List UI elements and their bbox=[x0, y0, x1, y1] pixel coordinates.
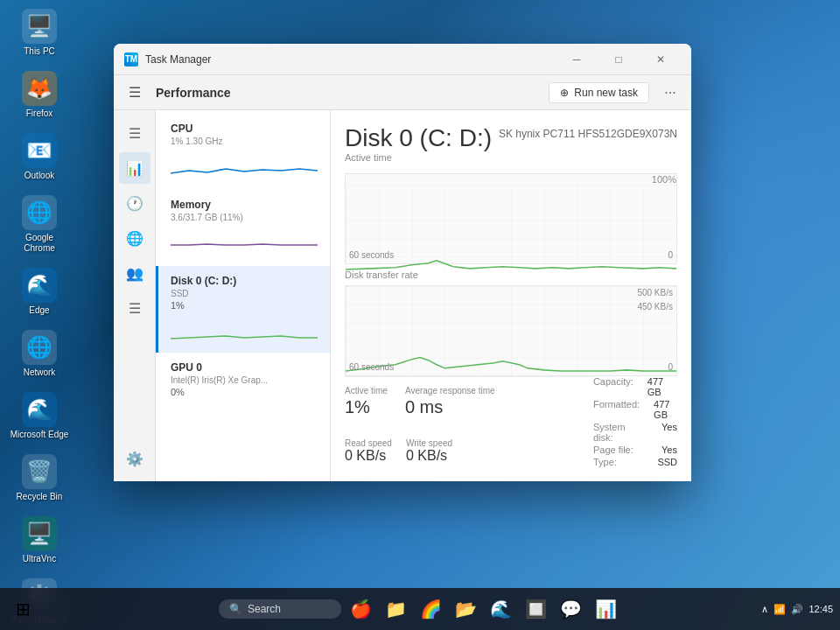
search-text: Search bbox=[248, 603, 281, 615]
write-speed-label: Write speed bbox=[406, 438, 452, 448]
disk-name: Disk 0 (C: D:) bbox=[171, 275, 318, 287]
clock: 12:45 bbox=[808, 604, 833, 614]
minimize-button[interactable]: ─ bbox=[556, 47, 597, 72]
page-file-key: Page file: bbox=[593, 444, 634, 455]
close-button[interactable]: ✕ bbox=[640, 47, 681, 72]
system-disk-key: System disk: bbox=[593, 422, 648, 443]
resource-item-memory[interactable]: Memory 3.6/31.7 GB (11%) bbox=[156, 190, 330, 266]
active-time-stat: Active time 1% bbox=[345, 386, 388, 417]
taskbar-icon-6[interactable]: 💬 bbox=[555, 593, 586, 625]
avg-response-value: 0 ms bbox=[405, 397, 495, 417]
write-speed-value: 0 KB/s bbox=[406, 448, 452, 464]
sidebar-menu-icon[interactable]: ☰ bbox=[119, 117, 150, 149]
desktop-icon-ultravnc[interactable]: 🖥️ UltraVnc bbox=[9, 516, 70, 564]
taskbar-icon-3[interactable]: 🌈 bbox=[415, 593, 446, 625]
taskbar-left: ⊞ bbox=[7, 593, 38, 625]
sidebar-network-icon[interactable]: 🌐 bbox=[119, 222, 150, 254]
type-row: Type: SSD bbox=[593, 457, 677, 467]
desktop-icon-recycle-bin[interactable]: 🗑️ Recycle Bin bbox=[9, 454, 70, 502]
ms-edge-label: Microsoft Edge bbox=[10, 430, 69, 440]
60-seconds-label-1: 60 seconds bbox=[349, 250, 394, 260]
taskbar-chevron-icon[interactable]: ∧ bbox=[761, 604, 768, 615]
60-seconds-label-2: 60 seconds bbox=[349, 362, 394, 372]
system-disk-row: System disk: Yes bbox=[593, 422, 677, 443]
formatted-key: Formatted: bbox=[593, 399, 640, 420]
sidebar-history-icon[interactable]: 🕐 bbox=[119, 187, 150, 219]
this-pc-label: This PC bbox=[24, 46, 55, 57]
tm-body: ☰ 📊 🕐 🌐 👥 ☰ ⚙️ CPU 1% 1.30 GHz bbox=[114, 110, 691, 481]
type-key: Type: bbox=[593, 457, 617, 467]
disk-active-graph-svg bbox=[346, 185, 676, 274]
resource-item-disk[interactable]: Disk 0 (C: D:) SSD 1% bbox=[156, 266, 330, 353]
sidebar-performance-icon[interactable]: 📊 bbox=[119, 152, 150, 184]
taskbar-icon-7[interactable]: 📊 bbox=[590, 593, 621, 625]
edge-label: Edge bbox=[29, 305, 49, 316]
resource-list: CPU 1% 1.30 GHz Memory 3.6/31.7 GB (11%)… bbox=[156, 110, 331, 481]
firefox-icon: 🦊 bbox=[22, 71, 57, 106]
desktop-icon-chrome[interactable]: 🌐 Google Chrome bbox=[9, 195, 70, 254]
desktop-icon-this-pc[interactable]: 🖥️ This PC bbox=[9, 9, 70, 57]
chrome-icon: 🌐 bbox=[22, 195, 57, 230]
sidebar-users-icon[interactable]: 👥 bbox=[119, 257, 150, 289]
run-task-icon: ⊕ bbox=[560, 87, 569, 99]
taskbar-center: 🔍 Search 🍎 📁 🌈 📂 🌊 🔲 💬 📊 bbox=[219, 593, 621, 625]
disk-sub: SSD bbox=[171, 289, 318, 298]
ultravnc-label: UltraVnc bbox=[23, 554, 56, 564]
windows-start-button[interactable]: ⊞ bbox=[7, 593, 38, 625]
taskbar-search-bar[interactable]: 🔍 Search bbox=[219, 599, 341, 619]
desktop-icon-outlook[interactable]: 📧 Outlook bbox=[9, 133, 70, 181]
rw-stats: Read speed 0 KB/s Write speed 0 KB/s bbox=[345, 438, 452, 464]
task-manager-window: TM Task Manager ─ □ ✕ ☰ Performance ⊕ Ru… bbox=[114, 44, 691, 481]
hamburger-menu-icon[interactable]: ☰ bbox=[121, 79, 149, 107]
more-options-button[interactable]: ··· bbox=[656, 79, 684, 107]
read-speed-stat: Read speed 0 KB/s bbox=[345, 438, 392, 464]
disk-transfer-graph-svg bbox=[346, 286, 676, 375]
sidebar-settings-icon[interactable]: ⚙️ bbox=[119, 443, 150, 474]
memory-sub: 3.6/31.7 GB (11%) bbox=[171, 213, 318, 222]
cpu-name: CPU bbox=[171, 122, 318, 135]
recycle-icon: 🗑️ bbox=[22, 454, 57, 489]
100-percent-label: 100% bbox=[346, 174, 676, 185]
disk-title-area: Disk 0 (C: D:) Active time bbox=[345, 124, 492, 170]
network-icon: 🌐 bbox=[22, 330, 57, 365]
desktop-icon-network[interactable]: 🌐 Network bbox=[9, 330, 70, 378]
desktop-icon-edge[interactable]: 🌊 Edge bbox=[9, 268, 70, 316]
desktop: 🖥️ This PC 🦊 Firefox 📧 Outlook 🌐 Google … bbox=[0, 0, 840, 630]
desktop-icon-firefox[interactable]: 🦊 Firefox bbox=[9, 71, 70, 119]
section-title: Performance bbox=[156, 86, 542, 100]
outlook-icon: 📧 bbox=[22, 133, 57, 168]
active-time-graph: 100% 60 seconds 0 bbox=[345, 173, 677, 264]
page-file-val: Yes bbox=[662, 444, 677, 455]
disk-title: Disk 0 (C: D:) bbox=[345, 124, 492, 152]
gpu-sub: Intel(R) Iris(R) Xe Grap... bbox=[171, 375, 318, 385]
desktop-icon-microsoft-edge[interactable]: 🌊 Microsoft Edge bbox=[9, 392, 70, 440]
taskbar-right: ∧ 📶 🔊 12:45 bbox=[761, 604, 833, 615]
taskbar-icon-edge-taskbar[interactable]: 🌊 bbox=[485, 593, 516, 625]
resource-item-gpu[interactable]: GPU 0 Intel(R) Iris(R) Xe Grap... 0% bbox=[156, 353, 330, 406]
window-controls: ─ □ ✕ bbox=[556, 47, 681, 72]
svg-rect-1 bbox=[346, 286, 676, 375]
taskbar-icon-4[interactable]: 📂 bbox=[450, 593, 481, 625]
sidebar-details-icon[interactable]: ☰ bbox=[119, 292, 150, 324]
avg-response-stat: Average response time 0 ms bbox=[405, 386, 495, 417]
run-new-task-button[interactable]: ⊕ Run new task bbox=[549, 82, 649, 103]
maximize-button[interactable]: □ bbox=[598, 47, 639, 72]
taskbar-speaker-icon[interactable]: 🔊 bbox=[791, 604, 803, 615]
capacity-val: 477 GB bbox=[648, 376, 677, 397]
read-speed-value: 0 KB/s bbox=[345, 448, 392, 464]
taskbar-icon-1[interactable]: 🍎 bbox=[345, 593, 376, 625]
bottom-stats: Active time 1% Average response time 0 m… bbox=[345, 376, 677, 467]
active-time-label: Active time bbox=[345, 152, 492, 163]
ms-edge-icon: 🌊 bbox=[22, 392, 57, 427]
disk-transfer-graph: 500 KB/s 450 KB/s 60 seconds bbox=[345, 285, 677, 376]
system-disk-val: Yes bbox=[662, 422, 677, 443]
outlook-label: Outlook bbox=[24, 171, 54, 181]
resource-item-cpu[interactable]: CPU 1% 1.30 GHz bbox=[156, 114, 330, 190]
capacity-row: Capacity: 477 GB bbox=[593, 376, 677, 397]
taskbar: ⊞ 🔍 Search 🍎 📁 🌈 📂 🌊 🔲 💬 📊 ∧ 📶 🔊 12:45 bbox=[0, 588, 840, 630]
taskbar-icon-2[interactable]: 📁 bbox=[380, 593, 411, 625]
gpu-name: GPU 0 bbox=[171, 361, 318, 374]
info-panel: Capacity: 477 GB Formatted: 477 GB Syste… bbox=[593, 376, 677, 467]
edge-icon: 🌊 bbox=[22, 268, 57, 303]
taskbar-icon-5[interactable]: 🔲 bbox=[520, 593, 551, 625]
